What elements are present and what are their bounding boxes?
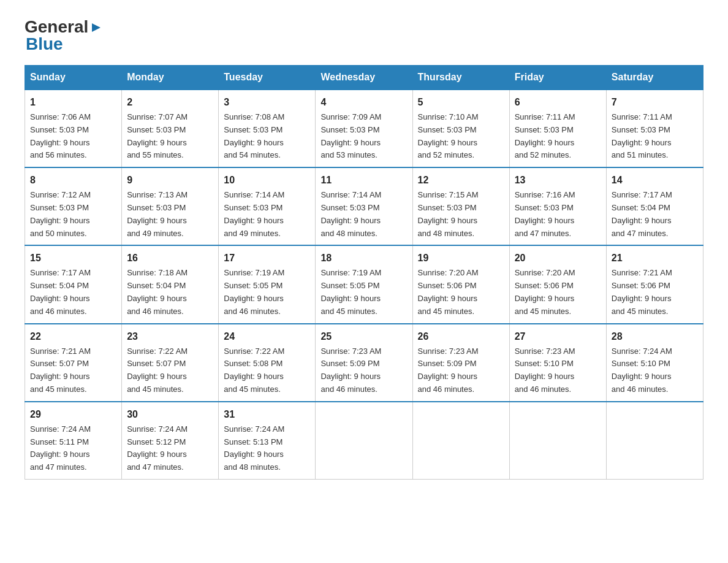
calendar-cell: 17Sunrise: 7:19 AMSunset: 5:05 PMDayligh… [219,245,316,323]
day-number: 27 [515,329,601,344]
calendar-cell: 23Sunrise: 7:22 AMSunset: 5:07 PMDayligh… [122,324,219,402]
day-info: Sunrise: 7:24 AMSunset: 5:11 PMDaylight:… [30,424,91,472]
calendar-cell: 6Sunrise: 7:11 AMSunset: 5:03 PMDaylight… [509,90,606,167]
day-number: 3 [224,95,310,110]
calendar-cell: 5Sunrise: 7:10 AMSunset: 5:03 PMDaylight… [412,90,509,167]
day-number: 17 [224,251,310,266]
day-number: 28 [612,329,698,344]
day-info: Sunrise: 7:21 AMSunset: 5:06 PMDaylight:… [612,268,672,315]
day-number: 6 [515,95,601,110]
calendar-cell: 25Sunrise: 7:23 AMSunset: 5:09 PMDayligh… [316,324,412,402]
day-info: Sunrise: 7:12 AMSunset: 5:03 PMDaylight:… [30,190,91,237]
day-number: 16 [127,251,213,266]
day-info: Sunrise: 7:22 AMSunset: 5:08 PMDaylight:… [224,347,284,394]
day-number: 18 [320,251,407,266]
day-number: 2 [127,95,213,110]
day-info: Sunrise: 7:11 AMSunset: 5:03 PMDaylight:… [515,112,575,159]
calendar-cell: 1Sunrise: 7:06 AMSunset: 5:03 PMDaylight… [25,90,122,167]
day-number: 13 [515,173,601,188]
day-info: Sunrise: 7:20 AMSunset: 5:06 PMDaylight:… [418,268,479,315]
calendar-cell: 21Sunrise: 7:21 AMSunset: 5:06 PMDayligh… [606,245,703,323]
day-info: Sunrise: 7:19 AMSunset: 5:05 PMDaylight:… [224,268,284,315]
day-number: 12 [418,173,504,188]
day-info: Sunrise: 7:23 AMSunset: 5:10 PMDaylight:… [515,347,575,394]
calendar-cell: 9Sunrise: 7:13 AMSunset: 5:03 PMDaylight… [122,167,219,245]
calendar-week-row: 1Sunrise: 7:06 AMSunset: 5:03 PMDaylight… [25,90,703,167]
day-number: 15 [30,251,116,266]
weekday-header-row: SundayMondayTuesdayWednesdayThursdayFrid… [25,66,703,90]
day-info: Sunrise: 7:23 AMSunset: 5:09 PMDaylight:… [418,347,479,394]
calendar-cell [509,402,606,480]
weekday-header-monday: Monday [122,66,219,90]
day-info: Sunrise: 7:19 AMSunset: 5:05 PMDaylight:… [320,268,381,315]
day-number: 20 [515,251,601,266]
day-number: 14 [612,173,698,188]
day-number: 5 [418,95,504,110]
day-info: Sunrise: 7:14 AMSunset: 5:03 PMDaylight:… [320,190,381,237]
calendar-cell: 12Sunrise: 7:15 AMSunset: 5:03 PMDayligh… [412,167,509,245]
day-info: Sunrise: 7:24 AMSunset: 5:10 PMDaylight:… [612,347,672,394]
logo-blue: Blue [26,34,63,53]
weekday-header-wednesday: Wednesday [316,66,412,90]
logo-general: General [25,18,88,36]
calendar-cell: 22Sunrise: 7:21 AMSunset: 5:07 PMDayligh… [25,324,122,402]
page-header: General Blue [25,18,703,53]
calendar-cell: 26Sunrise: 7:23 AMSunset: 5:09 PMDayligh… [412,324,509,402]
day-info: Sunrise: 7:08 AMSunset: 5:03 PMDaylight:… [224,112,284,159]
calendar-cell: 29Sunrise: 7:24 AMSunset: 5:11 PMDayligh… [25,402,122,480]
day-number: 10 [224,173,310,188]
day-number: 25 [320,329,407,344]
calendar-week-row: 15Sunrise: 7:17 AMSunset: 5:04 PMDayligh… [25,245,703,323]
calendar-cell: 3Sunrise: 7:08 AMSunset: 5:03 PMDaylight… [219,90,316,167]
day-info: Sunrise: 7:22 AMSunset: 5:07 PMDaylight:… [127,347,188,394]
calendar-cell: 24Sunrise: 7:22 AMSunset: 5:08 PMDayligh… [219,324,316,402]
calendar-cell [606,402,703,480]
day-number: 11 [320,173,407,188]
day-number: 23 [127,329,213,344]
calendar-cell: 7Sunrise: 7:11 AMSunset: 5:03 PMDaylight… [606,90,703,167]
day-info: Sunrise: 7:13 AMSunset: 5:03 PMDaylight:… [127,190,188,237]
day-number: 1 [30,95,116,110]
weekday-header-friday: Friday [509,66,606,90]
svg-marker-0 [92,23,100,32]
day-info: Sunrise: 7:20 AMSunset: 5:06 PMDaylight:… [515,268,575,315]
calendar-cell: 11Sunrise: 7:14 AMSunset: 5:03 PMDayligh… [316,167,412,245]
day-info: Sunrise: 7:15 AMSunset: 5:03 PMDaylight:… [418,190,479,237]
day-info: Sunrise: 7:09 AMSunset: 5:03 PMDaylight:… [320,112,381,159]
day-info: Sunrise: 7:24 AMSunset: 5:12 PMDaylight:… [127,424,188,472]
calendar-cell: 14Sunrise: 7:17 AMSunset: 5:04 PMDayligh… [606,167,703,245]
day-info: Sunrise: 7:21 AMSunset: 5:07 PMDaylight:… [30,347,91,394]
calendar-week-row: 29Sunrise: 7:24 AMSunset: 5:11 PMDayligh… [25,402,703,480]
weekday-header-saturday: Saturday [606,66,703,90]
day-number: 26 [418,329,504,344]
day-info: Sunrise: 7:11 AMSunset: 5:03 PMDaylight:… [612,112,672,159]
day-number: 19 [418,251,504,266]
day-info: Sunrise: 7:17 AMSunset: 5:04 PMDaylight:… [612,190,672,237]
calendar-cell: 19Sunrise: 7:20 AMSunset: 5:06 PMDayligh… [412,245,509,323]
day-info: Sunrise: 7:23 AMSunset: 5:09 PMDaylight:… [320,347,381,394]
day-info: Sunrise: 7:17 AMSunset: 5:04 PMDaylight:… [30,268,91,315]
day-number: 21 [612,251,698,266]
calendar-cell [412,402,509,480]
day-info: Sunrise: 7:10 AMSunset: 5:03 PMDaylight:… [418,112,479,159]
day-number: 24 [224,329,310,344]
day-number: 9 [127,173,213,188]
day-info: Sunrise: 7:24 AMSunset: 5:13 PMDaylight:… [224,424,284,472]
day-number: 8 [30,173,116,188]
calendar-table: SundayMondayTuesdayWednesdayThursdayFrid… [25,65,703,480]
calendar-cell: 30Sunrise: 7:24 AMSunset: 5:12 PMDayligh… [122,402,219,480]
day-info: Sunrise: 7:18 AMSunset: 5:04 PMDaylight:… [127,268,188,315]
logo: General Blue [25,18,103,53]
calendar-cell: 31Sunrise: 7:24 AMSunset: 5:13 PMDayligh… [219,402,316,480]
calendar-cell: 27Sunrise: 7:23 AMSunset: 5:10 PMDayligh… [509,324,606,402]
weekday-header-thursday: Thursday [412,66,509,90]
calendar-cell [316,402,412,480]
calendar-cell: 15Sunrise: 7:17 AMSunset: 5:04 PMDayligh… [25,245,122,323]
day-number: 30 [127,407,213,422]
calendar-cell: 2Sunrise: 7:07 AMSunset: 5:03 PMDaylight… [122,90,219,167]
calendar-cell: 8Sunrise: 7:12 AMSunset: 5:03 PMDaylight… [25,167,122,245]
calendar-cell: 10Sunrise: 7:14 AMSunset: 5:03 PMDayligh… [219,167,316,245]
day-info: Sunrise: 7:14 AMSunset: 5:03 PMDaylight:… [224,190,284,237]
day-info: Sunrise: 7:16 AMSunset: 5:03 PMDaylight:… [515,190,575,237]
day-info: Sunrise: 7:06 AMSunset: 5:03 PMDaylight:… [30,112,91,159]
